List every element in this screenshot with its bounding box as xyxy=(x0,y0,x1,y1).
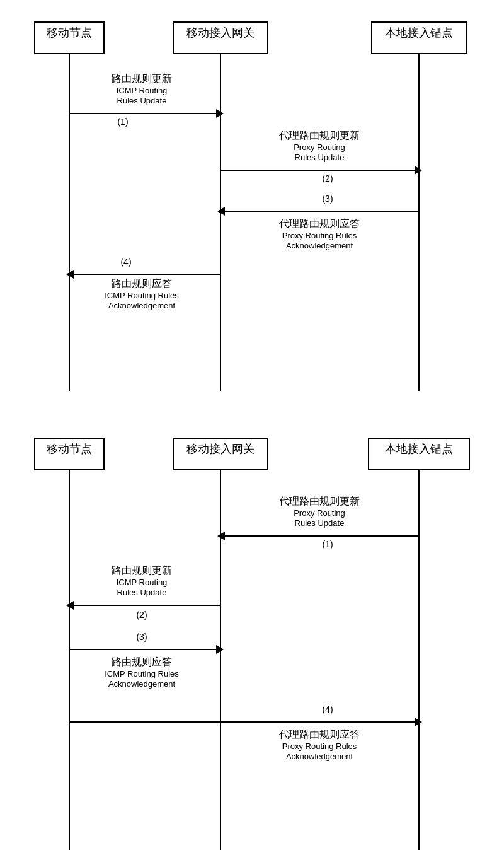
svg-text:路由规则更新: 路由规则更新 xyxy=(112,565,172,576)
svg-text:Rules Update: Rules Update xyxy=(295,153,345,162)
svg-text:Proxy Routing Rules: Proxy Routing Rules xyxy=(282,742,357,751)
svg-text:(3): (3) xyxy=(136,632,147,642)
svg-text:移动节点: 移动节点 xyxy=(47,443,92,455)
svg-text:ICMP Routing: ICMP Routing xyxy=(117,86,168,95)
svg-text:代理路由规则应答: 代理路由规则应答 xyxy=(278,729,360,740)
diagram-container: 移动节点 移动接入网关 本地接入锚点 路由规则更新 ICMP Routing R… xyxy=(0,0,504,850)
svg-text:路由规则应答: 路由规则应答 xyxy=(112,656,172,667)
svg-text:Acknowledgement: Acknowledgement xyxy=(286,241,353,250)
svg-text:ICMP Routing Rules: ICMP Routing Rules xyxy=(105,669,179,678)
svg-text:Proxy Routing: Proxy Routing xyxy=(294,143,345,152)
svg-text:代理路由规则更新: 代理路由规则更新 xyxy=(278,130,360,141)
svg-text:Acknowledgement: Acknowledgement xyxy=(286,752,353,761)
svg-text:(3): (3) xyxy=(322,194,333,204)
svg-text:(4): (4) xyxy=(322,704,333,714)
svg-text:路由规则应答: 路由规则应答 xyxy=(112,278,172,289)
svg-text:本地接入锚点: 本地接入锚点 xyxy=(385,26,453,39)
svg-text:(2): (2) xyxy=(136,610,147,620)
svg-text:移动节点: 移动节点 xyxy=(47,26,92,39)
svg-text:ICMP Routing: ICMP Routing xyxy=(117,578,168,587)
svg-text:移动接入网关: 移动接入网关 xyxy=(186,26,255,39)
svg-text:(1): (1) xyxy=(322,539,333,549)
svg-text:Proxy Routing Rules: Proxy Routing Rules xyxy=(282,231,357,240)
svg-text:移动接入网关: 移动接入网关 xyxy=(186,443,255,455)
svg-text:(4): (4) xyxy=(120,257,131,267)
svg-text:ICMP Routing Rules: ICMP Routing Rules xyxy=(105,291,179,300)
svg-text:(1): (1) xyxy=(117,117,128,127)
diagram-2: 移动节点 移动接入网关 本地接入锚点 代理路由规则更新 Proxy Routin… xyxy=(6,429,498,850)
svg-text:Proxy Routing: Proxy Routing xyxy=(294,508,345,518)
svg-text:代理路由规则更新: 代理路由规则更新 xyxy=(278,496,360,506)
svg-text:路由规则更新: 路由规则更新 xyxy=(112,73,172,84)
diagram-1: 移动节点 移动接入网关 本地接入锚点 路由规则更新 ICMP Routing R… xyxy=(6,13,498,404)
svg-text:Rules Update: Rules Update xyxy=(117,588,167,597)
svg-text:本地接入锚点: 本地接入锚点 xyxy=(385,443,453,455)
svg-text:Rules Update: Rules Update xyxy=(295,518,345,528)
svg-text:Acknowledgement: Acknowledgement xyxy=(108,679,176,689)
svg-text:Acknowledgement: Acknowledgement xyxy=(108,301,176,310)
svg-text:代理路由规则应答: 代理路由规则应答 xyxy=(278,218,360,229)
svg-text:Rules Update: Rules Update xyxy=(117,96,167,105)
svg-text:(2): (2) xyxy=(322,173,333,183)
